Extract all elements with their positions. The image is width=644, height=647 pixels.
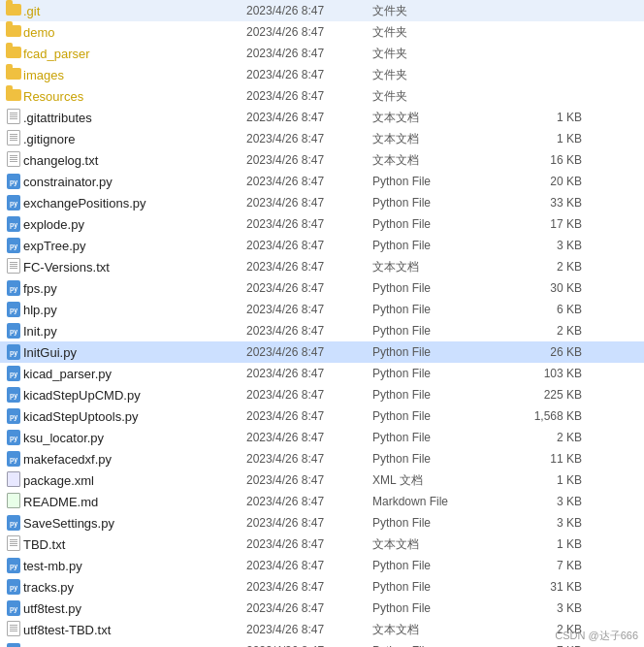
file-size: 2 KB xyxy=(479,431,640,444)
list-item[interactable]: Resources2023/4/26 8:47文件夹 xyxy=(0,85,644,107)
folder-icon xyxy=(6,4,21,18)
file-name: test-mb.py xyxy=(23,559,246,573)
list-item[interactable]: images2023/4/26 8:47文件夹 xyxy=(0,64,644,85)
file-icon-cell: py xyxy=(4,323,23,339)
file-size: 33 KB xyxy=(479,196,640,210)
file-date: 2023/4/26 8:47 xyxy=(246,409,372,423)
list-item[interactable]: .gitignore2023/4/26 8:47文本文档1 KB xyxy=(0,128,644,149)
file-date: 2023/4/26 8:47 xyxy=(246,601,372,615)
list-item[interactable]: demo2023/4/26 8:47文件夹 xyxy=(0,21,644,43)
list-item[interactable]: pyexchangePositions.py2023/4/26 8:47Pyth… xyxy=(0,192,644,213)
list-item[interactable]: pyfps.py2023/4/26 8:47Python File30 KB xyxy=(0,277,644,299)
python-file-icon: py xyxy=(7,408,20,424)
file-name: README.md xyxy=(23,495,246,509)
list-item[interactable]: pySaveSettings.py2023/4/26 8:47Python Fi… xyxy=(0,512,644,534)
file-icon-cell xyxy=(4,47,23,61)
file-name: Init.py xyxy=(23,324,246,339)
list-item[interactable]: pyexpTree.py2023/4/26 8:47Python File3 K… xyxy=(0,235,644,256)
list-item[interactable]: pykicad_parser.py2023/4/26 8:47Python Fi… xyxy=(0,363,644,384)
file-name: tracks.py xyxy=(23,580,246,595)
file-name: expTree.py xyxy=(23,239,246,253)
python-file-icon: py xyxy=(7,579,20,595)
list-item[interactable]: pyInit.py2023/4/26 8:47Python File2 KB xyxy=(0,320,644,341)
python-file-icon: py xyxy=(7,216,20,232)
file-type: Python File xyxy=(372,559,479,572)
list-item[interactable]: .gitattributes2023/4/26 8:47文本文档1 KB xyxy=(0,107,644,128)
file-size: 1 KB xyxy=(479,111,640,124)
list-item[interactable]: fcad_parser2023/4/26 8:47文件夹 xyxy=(0,43,644,64)
file-icon-cell xyxy=(4,4,23,18)
file-size: 2 KB xyxy=(479,260,640,274)
folder-icon xyxy=(6,89,21,104)
file-icon-cell: py xyxy=(4,408,23,424)
file-type: 文件夹 xyxy=(372,24,479,41)
list-item[interactable]: package.xml2023/4/26 8:47XML 文档1 KB xyxy=(0,469,644,491)
file-name: ZipStepImport.py xyxy=(23,644,246,648)
file-date: 2023/4/26 8:47 xyxy=(246,175,372,188)
file-name: .git xyxy=(23,4,246,18)
file-type: 文本文档 xyxy=(372,536,479,553)
file-type: Python File xyxy=(372,452,479,466)
file-icon-cell xyxy=(4,258,23,276)
file-type: 文件夹 xyxy=(372,67,479,83)
file-name: SaveSettings.py xyxy=(23,516,246,531)
list-item[interactable]: pymakefacedxf.py2023/4/26 8:47Python Fil… xyxy=(0,448,644,469)
list-item[interactable]: pytracks.py2023/4/26 8:47Python File31 K… xyxy=(0,576,644,598)
file-icon-cell: py xyxy=(4,344,23,360)
file-name: demo xyxy=(23,25,246,40)
file-date: 2023/4/26 8:47 xyxy=(246,239,372,252)
file-name: FC-Versions.txt xyxy=(23,260,246,275)
file-name: hlp.py xyxy=(23,303,246,317)
list-item[interactable]: pyutf8test.py2023/4/26 8:47Python File3 … xyxy=(0,598,644,619)
list-item[interactable]: utf8test-TBD.txt2023/4/26 8:47文本文档2 KB xyxy=(0,619,644,640)
text-file-icon xyxy=(7,258,20,276)
list-item[interactable]: TBD.txt2023/4/26 8:47文本文档1 KB xyxy=(0,534,644,555)
list-item[interactable]: .git2023/4/26 8:47文件夹 xyxy=(0,0,644,21)
xml-file-icon xyxy=(7,471,20,490)
file-icon-cell xyxy=(4,151,23,170)
file-type: 文本文档 xyxy=(372,110,479,126)
list-item[interactable]: FC-Versions.txt2023/4/26 8:47文本文档2 KB xyxy=(0,256,644,277)
list-item[interactable]: pyhlp.py2023/4/26 8:47Python File6 KB xyxy=(0,299,644,320)
file-date: 2023/4/26 8:47 xyxy=(246,367,372,380)
list-item[interactable]: pyconstrainator.py2023/4/26 8:47Python F… xyxy=(0,171,644,192)
text-file-icon xyxy=(7,535,20,554)
file-size: 31 KB xyxy=(479,580,640,594)
python-file-icon: py xyxy=(7,174,20,189)
list-item[interactable]: changelog.txt2023/4/26 8:47文本文档16 KB xyxy=(0,149,644,171)
python-file-icon: py xyxy=(7,451,20,467)
file-icon-cell: py xyxy=(4,515,23,531)
file-type: 文本文档 xyxy=(372,259,479,275)
file-type: Python File xyxy=(372,324,479,338)
text-file-icon xyxy=(7,151,20,170)
list-item[interactable]: pyexplode.py2023/4/26 8:47Python File17 … xyxy=(0,213,644,235)
list-item[interactable]: pykicadStepUpCMD.py2023/4/26 8:47Python … xyxy=(0,384,644,405)
file-type: 文本文档 xyxy=(372,622,479,638)
file-date: 2023/4/26 8:47 xyxy=(246,516,372,530)
folder-icon xyxy=(6,25,21,40)
text-file-icon xyxy=(7,621,20,639)
file-date: 2023/4/26 8:47 xyxy=(246,47,372,60)
file-size: 3 KB xyxy=(479,601,640,615)
file-type: 文件夹 xyxy=(372,88,479,105)
file-icon-cell: py xyxy=(4,451,23,467)
list-item[interactable]: pyInitGui.py2023/4/26 8:47Python File26 … xyxy=(0,341,644,363)
file-icon-cell: py xyxy=(4,600,23,616)
python-file-icon: py xyxy=(7,515,20,531)
file-name: .gitignore xyxy=(23,132,246,146)
file-date: 2023/4/26 8:47 xyxy=(246,324,372,338)
file-name: TBD.txt xyxy=(23,537,246,552)
list-item[interactable]: pytest-mb.py2023/4/26 8:47Python File7 K… xyxy=(0,555,644,576)
list-item[interactable]: pyZipStepImport.py2023/4/26 8:47Python F… xyxy=(0,640,644,647)
list-item[interactable]: pyksu_locator.py2023/4/26 8:47Python Fil… xyxy=(0,427,644,448)
file-name: .gitattributes xyxy=(23,111,246,125)
list-item[interactable]: pykicadStepUptools.py2023/4/26 8:47Pytho… xyxy=(0,405,644,427)
file-icon-cell: py xyxy=(4,579,23,595)
python-file-icon: py xyxy=(7,323,20,339)
file-size: 1 KB xyxy=(479,473,640,487)
file-size: 3 KB xyxy=(479,516,640,530)
text-file-icon xyxy=(7,109,20,127)
file-name: kicadStepUpCMD.py xyxy=(23,388,246,403)
file-date: 2023/4/26 8:47 xyxy=(246,303,372,316)
list-item[interactable]: README.md2023/4/26 8:47Markdown File3 KB xyxy=(0,491,644,512)
